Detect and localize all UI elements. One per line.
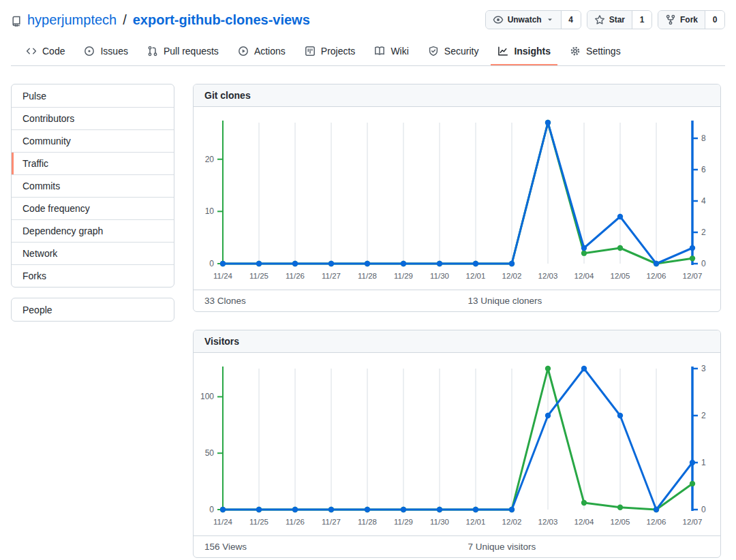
sidebar-item-contributors[interactable]: Contributors bbox=[12, 107, 174, 129]
unique-cloners-data-point[interactable] bbox=[545, 120, 551, 125]
unwatch-count[interactable]: 4 bbox=[561, 11, 581, 29]
unique-cloners-data-point[interactable] bbox=[654, 261, 659, 266]
unique-visitors-data-point[interactable] bbox=[292, 507, 298, 512]
x-axis-label: 12/01 bbox=[466, 518, 486, 526]
unique-visitors-data-point[interactable] bbox=[256, 507, 262, 512]
tab-issues[interactable]: Issues bbox=[77, 40, 134, 65]
tab-security[interactable]: Security bbox=[421, 40, 486, 65]
tab-actions[interactable]: Actions bbox=[231, 40, 292, 65]
breadcrumb-owner[interactable]: hyperjumptech bbox=[27, 12, 117, 28]
unique-cloners-data-point[interactable] bbox=[473, 261, 478, 266]
x-axis-label: 12/03 bbox=[538, 272, 558, 280]
x-axis-label: 11/29 bbox=[394, 272, 413, 280]
unique-visitors-data-point[interactable] bbox=[509, 507, 515, 512]
unique-cloners-data-point[interactable] bbox=[690, 245, 695, 251]
graph-icon bbox=[497, 46, 508, 57]
sidebar-item-network[interactable]: Network bbox=[12, 242, 174, 264]
unique-visitors-data-point[interactable] bbox=[220, 507, 226, 512]
tab-projects[interactable]: Projects bbox=[298, 40, 363, 65]
unique-visitors-data-point[interactable] bbox=[545, 413, 551, 418]
x-axis-label: 11/30 bbox=[430, 518, 449, 526]
left-axis-tick-label: 10 bbox=[205, 206, 215, 216]
x-axis-label: 12/02 bbox=[502, 518, 522, 526]
tab-label: Projects bbox=[321, 46, 356, 57]
tab-label: Settings bbox=[586, 46, 621, 57]
sidebar-item-commits[interactable]: Commits bbox=[12, 174, 174, 197]
gear-icon bbox=[570, 46, 581, 57]
star-label: Star bbox=[609, 15, 625, 25]
git-clones-card: Git clones 11/2411/2511/2611/2711/2811/2… bbox=[193, 84, 721, 312]
unique-cloners-data-point[interactable] bbox=[401, 261, 406, 266]
visitors-card: Visitors 11/2411/2511/2611/2711/2811/291… bbox=[193, 330, 721, 558]
unique-visitors-data-point[interactable] bbox=[365, 507, 370, 512]
tab-wiki[interactable]: Wiki bbox=[367, 40, 415, 65]
page-content: PulseContributorsCommunityTrafficCommits… bbox=[0, 66, 736, 558]
views-data-point[interactable] bbox=[690, 481, 695, 486]
star-count[interactable]: 1 bbox=[632, 11, 651, 29]
caret-down-icon bbox=[546, 16, 554, 24]
star-button[interactable]: Star bbox=[587, 11, 632, 29]
unique-cloners-data-point[interactable] bbox=[292, 261, 298, 266]
tab-label: Actions bbox=[254, 46, 286, 57]
unique-cloners-data-point[interactable] bbox=[509, 261, 515, 266]
right-axis-tick-label: 2 bbox=[701, 228, 706, 237]
git-clones-chart[interactable]: 11/2411/2511/2611/2711/2811/2911/3012/01… bbox=[194, 107, 720, 290]
sidebar-item-traffic[interactable]: Traffic bbox=[12, 152, 174, 174]
unique-visitors-data-point[interactable] bbox=[581, 366, 587, 371]
project-icon bbox=[305, 46, 316, 57]
repo-action-buttons: Unwatch4Star1Fork0 bbox=[485, 10, 725, 29]
sidebar-item-dependency-graph[interactable]: Dependency graph bbox=[12, 219, 174, 242]
sidebar-item-pulse[interactable]: Pulse bbox=[12, 84, 174, 107]
tab-label: Wiki bbox=[390, 46, 408, 57]
views-data-point[interactable] bbox=[581, 500, 587, 505]
x-axis-label: 11/24 bbox=[213, 272, 233, 280]
x-axis-label: 12/03 bbox=[538, 518, 558, 526]
fork-button[interactable]: Fork bbox=[658, 11, 705, 29]
unique-visitors-data-point[interactable] bbox=[617, 413, 623, 418]
views-data-point[interactable] bbox=[617, 504, 623, 510]
sidebar-item-people[interactable]: People bbox=[12, 298, 174, 321]
clones-data-point[interactable] bbox=[581, 250, 587, 255]
tab-insights[interactable]: Insights bbox=[491, 40, 557, 65]
unique-visitors-data-point[interactable] bbox=[437, 507, 442, 512]
unwatch-button-group: Unwatch4 bbox=[485, 10, 581, 29]
sidebar-item-forks[interactable]: Forks bbox=[12, 264, 174, 287]
unwatch-button[interactable]: Unwatch bbox=[486, 11, 561, 29]
unique-visitors-data-point[interactable] bbox=[473, 507, 478, 512]
git-clones-svg: 11/2411/2511/2611/2711/2811/2911/3012/01… bbox=[194, 107, 721, 290]
x-axis-label: 11/28 bbox=[358, 272, 377, 280]
visitors-title: Visitors bbox=[194, 330, 720, 353]
tab-code[interactable]: Code bbox=[19, 40, 72, 65]
visitors-chart[interactable]: 11/2411/2511/2611/2711/2811/2911/3012/01… bbox=[194, 353, 720, 535]
clones-data-point[interactable] bbox=[617, 245, 623, 251]
clones-data-point[interactable] bbox=[690, 255, 695, 261]
code-icon bbox=[26, 46, 37, 57]
fork-count[interactable]: 0 bbox=[705, 11, 724, 29]
sidebar-item-label: Pulse bbox=[22, 91, 46, 102]
tab-pull-requests[interactable]: Pull requests bbox=[140, 40, 226, 65]
x-axis-label: 11/25 bbox=[249, 272, 269, 280]
unique-cloners-data-point[interactable] bbox=[220, 261, 226, 266]
unique-cloners-data-point[interactable] bbox=[256, 261, 262, 266]
sidebar-item-code-frequency[interactable]: Code frequency bbox=[12, 197, 174, 219]
sidebar-item-label: Network bbox=[22, 248, 57, 259]
unique-visitors-data-point[interactable] bbox=[328, 507, 334, 512]
visitors-svg: 11/2411/2511/2611/2711/2811/2911/3012/01… bbox=[194, 353, 721, 535]
unique-cloners-data-point[interactable] bbox=[365, 261, 370, 266]
unique-cloners-data-point[interactable] bbox=[328, 261, 334, 266]
unique-visitors-data-point[interactable] bbox=[401, 507, 406, 512]
tab-settings[interactable]: Settings bbox=[563, 40, 628, 65]
breadcrumb: hyperjumptech / export-github-clones-vie… bbox=[11, 12, 310, 28]
sidebar-item-community[interactable]: Community bbox=[12, 129, 174, 152]
sidebar-item-label: Dependency graph bbox=[22, 225, 103, 236]
x-axis-label: 12/07 bbox=[683, 272, 703, 280]
unique-cloners-data-point[interactable] bbox=[437, 261, 442, 266]
views-data-point[interactable] bbox=[545, 366, 551, 371]
unique-cloners-data-point[interactable] bbox=[581, 245, 587, 251]
unique-visitors-data-point[interactable] bbox=[690, 460, 695, 465]
unique-cloners-data-point[interactable] bbox=[617, 214, 623, 219]
breadcrumb-repo[interactable]: export-github-clones-views bbox=[133, 12, 310, 28]
breadcrumb-separator: / bbox=[122, 12, 127, 28]
unique-visitors-data-point[interactable] bbox=[654, 507, 659, 512]
x-axis-label: 12/07 bbox=[683, 518, 703, 526]
